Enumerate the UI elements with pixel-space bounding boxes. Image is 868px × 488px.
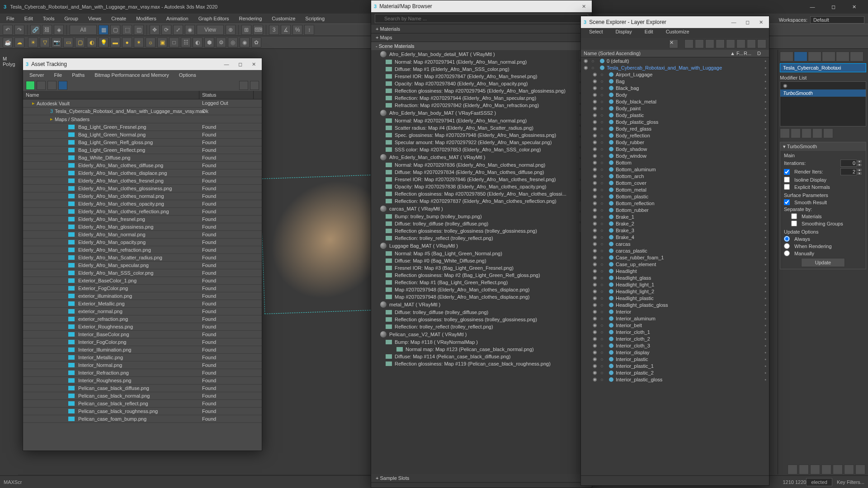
asset-tool-1[interactable] bbox=[37, 81, 46, 90]
visibility-icon[interactable]: ◉ bbox=[593, 132, 599, 138]
scene-item[interactable]: ◉○Interior_cloth_1• bbox=[581, 328, 769, 335]
create-tab[interactable] bbox=[780, 52, 793, 61]
freeze-icon[interactable]: ○ bbox=[600, 316, 607, 321]
refresh-icon[interactable] bbox=[26, 81, 35, 90]
freeze-icon[interactable]: ○ bbox=[600, 296, 607, 301]
scene-item[interactable]: ◉○Bottom_metal• bbox=[581, 186, 769, 193]
asset-row[interactable]: Pelican_case_black_roughness.pngFound bbox=[23, 408, 262, 415]
teapot-icon[interactable]: ☕ bbox=[3, 38, 13, 47]
visibility-icon[interactable]: ◉ bbox=[593, 193, 599, 199]
mat-item[interactable]: Diffuse: Map #2070297834 (Elderly_Afro_M… bbox=[371, 169, 592, 176]
mat-item[interactable]: Reflection glossiness: trolley_glossines… bbox=[371, 227, 592, 235]
modifier-turbosmooth[interactable]: TurboSmooth bbox=[780, 89, 866, 97]
pivot-button[interactable]: ⊕ bbox=[226, 25, 236, 35]
asset-row[interactable]: 3Tesla_Cybercab_Robotaxi_and_Man_with_Lu… bbox=[23, 108, 262, 115]
asset-row[interactable]: Interior_Normal.pngFound bbox=[23, 361, 262, 369]
scene-item[interactable]: ◉○Interior_aluminum• bbox=[581, 315, 769, 322]
asset-row[interactable]: Elderly_Afro_Man_glossiness.pngFound bbox=[23, 223, 262, 231]
mat-item[interactable]: Luggage Bag_MAT ( VRayMtl ) bbox=[371, 242, 592, 250]
col-status[interactable]: Status bbox=[199, 91, 254, 99]
visibility-icon[interactable]: ◉ bbox=[593, 343, 599, 348]
scene-item[interactable]: ◉○Bottom_aluminum• bbox=[581, 166, 769, 173]
mat-item[interactable]: Refraction: Map #2070297842 (Elderly_Afr… bbox=[371, 102, 592, 109]
mat-search-input[interactable] bbox=[375, 14, 588, 23]
show-result-button[interactable] bbox=[791, 128, 801, 138]
zoom-button[interactable] bbox=[788, 465, 797, 474]
visibility-icon[interactable]: ◉ bbox=[593, 139, 599, 145]
unlink-button[interactable]: ⛓ bbox=[42, 25, 52, 35]
scene-col-render[interactable]: R... bbox=[744, 51, 757, 56]
mat-item[interactable]: Diffuse: Map #1 (Elderly_Afro_Man_SSS_co… bbox=[371, 66, 592, 73]
maximize-button[interactable]: ◻ bbox=[823, 0, 844, 14]
menu-rendering[interactable]: Rendering bbox=[235, 15, 267, 22]
mat-item[interactable]: Fresnel IOR: Map #3 (Bag_Light_Green_Fre… bbox=[371, 264, 592, 272]
visibility-icon[interactable]: ◉ bbox=[593, 302, 599, 308]
visibility-icon[interactable]: ◉ bbox=[593, 349, 599, 355]
mat-materials-section[interactable]: + Materials bbox=[371, 25, 592, 33]
asset-close-button[interactable]: ✕ bbox=[248, 61, 259, 67]
rollout-header[interactable]: ▾ TurboSmooth bbox=[780, 142, 866, 151]
mat-item[interactable]: Afro_Ederly_Man_body_MAT ( VRayFastSSS2 … bbox=[371, 109, 592, 117]
scene-item[interactable]: ◉○Body_shadow• bbox=[581, 145, 769, 152]
mat-titlebar[interactable]: 3 Material/Map Browser ✕ bbox=[371, 0, 592, 12]
mat-item[interactable]: Specular amount: Map #2070297922 (Elderl… bbox=[371, 139, 592, 146]
proxy-icon[interactable]: □ bbox=[169, 38, 179, 47]
scene-tool-8[interactable] bbox=[747, 39, 756, 48]
visibility-icon[interactable]: ◉ bbox=[593, 363, 599, 369]
menu-scripting[interactable]: Scripting bbox=[301, 15, 329, 22]
scene-item[interactable]: ◉○Brake_4• bbox=[581, 234, 769, 240]
menu-group[interactable]: Group bbox=[60, 15, 83, 22]
mat-item[interactable]: metal_MAT ( VRayMtl ) bbox=[371, 300, 592, 309]
zoom-extents-button[interactable] bbox=[810, 465, 820, 474]
make-unique-button[interactable] bbox=[802, 128, 811, 138]
visibility-icon[interactable]: ◉ bbox=[593, 200, 599, 206]
asset-row[interactable]: exterior_normal.pngFound bbox=[23, 308, 262, 315]
rotate-button[interactable]: ⟳ bbox=[161, 25, 171, 35]
scene-item[interactable]: ◉○Case_up_element• bbox=[581, 261, 769, 267]
scene-item[interactable]: ◉○Body_plastic_gloss• bbox=[581, 118, 769, 125]
freeze-icon[interactable]: ○ bbox=[600, 255, 607, 260]
asset-row[interactable]: ▸Autodesk VaultLogged Out bbox=[23, 99, 262, 108]
orbit-button[interactable] bbox=[844, 465, 854, 474]
visibility-icon[interactable]: ◉ bbox=[593, 254, 599, 260]
mat-item[interactable]: Reflection: trolley_reflect (trolley_ref… bbox=[371, 235, 592, 242]
asset-menu-paths[interactable]: Paths bbox=[67, 71, 89, 79]
scene-col-frozen[interactable]: ▲ F... bbox=[730, 51, 744, 56]
asset-row[interactable]: Bag_Light_Green_Reflect.pngFound bbox=[23, 146, 262, 154]
snap-button[interactable]: 3 bbox=[269, 25, 279, 35]
visibility-icon[interactable]: ◉ bbox=[593, 234, 599, 240]
scene-tool-4[interactable] bbox=[705, 39, 714, 48]
asset-row[interactable]: Interior_Roughness.pngFound bbox=[23, 377, 262, 385]
scene-list[interactable]: ◉○0 (default)•◉○Tesla_Cybercab_Robotaxi_… bbox=[581, 57, 769, 468]
freeze-icon[interactable]: ○ bbox=[600, 370, 607, 375]
asset-table[interactable]: Name Status ▸Autodesk VaultLogged Out3Te… bbox=[23, 91, 262, 440]
freeze-icon[interactable]: ○ bbox=[600, 106, 607, 111]
mat-slots-section[interactable]: + Sample Slots bbox=[371, 474, 592, 483]
freeze-icon[interactable]: ○ bbox=[600, 160, 607, 165]
sun2-icon[interactable]: ☼ bbox=[146, 38, 156, 47]
visibility-icon[interactable]: ◉ bbox=[593, 78, 599, 84]
when-rendering-radio[interactable] bbox=[784, 243, 790, 249]
freeze-icon[interactable]: ○ bbox=[600, 119, 607, 125]
asset-menu-file[interactable]: File bbox=[49, 71, 66, 79]
mat-item[interactable]: Map #2070297948 (Elderly_Afro_Man_clothe… bbox=[371, 293, 592, 300]
freeze-icon[interactable]: ○ bbox=[600, 343, 607, 348]
visibility-icon[interactable]: ◉ bbox=[593, 146, 599, 152]
bind-sw-button[interactable]: ◈ bbox=[54, 25, 64, 35]
freeze-icon[interactable]: ○ bbox=[600, 72, 607, 77]
asset-row[interactable]: Pelican_case_black_diffuse.pngFound bbox=[23, 385, 262, 392]
asset-row[interactable]: Elderly_Afro_Man_clothes_glossiness.pngF… bbox=[23, 185, 262, 192]
asset-row[interactable]: Interior_Refraction.pngFound bbox=[23, 369, 262, 377]
visibility-icon[interactable]: ◉ bbox=[593, 180, 599, 186]
scene-item[interactable]: ◉○Body_red_glass• bbox=[581, 125, 769, 132]
visibility-icon[interactable]: ◉ bbox=[593, 214, 599, 220]
asset-row[interactable]: Interior_Illumination.pngFound bbox=[23, 346, 262, 354]
asset-row[interactable]: Interior_FogColor.pngFound bbox=[23, 338, 262, 346]
decal-icon[interactable]: ⬢ bbox=[204, 38, 214, 47]
sphere-icon[interactable]: ● bbox=[122, 38, 132, 47]
freeze-icon[interactable]: ○ bbox=[600, 377, 607, 382]
visibility-icon[interactable]: ◉ bbox=[593, 207, 599, 213]
scene-titlebar[interactable]: 3 Scene Explorer - Layer Explorer — ◻ ✕ bbox=[581, 16, 769, 28]
scene-item[interactable]: ◉○Headlight_light_2• bbox=[581, 288, 769, 295]
asset-row[interactable]: Elderly_Afro_Man_refraction.pngFound bbox=[23, 246, 262, 254]
